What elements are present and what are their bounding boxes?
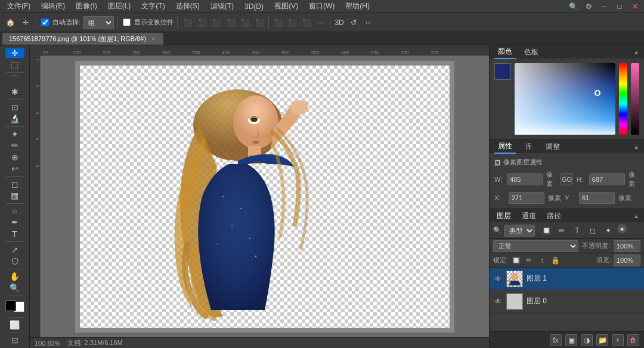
adjustment-filter-btn[interactable]: ✏ bbox=[555, 224, 568, 237]
text-tool-btn[interactable]: T bbox=[5, 229, 24, 239]
paths-tab[interactable]: 路径 bbox=[544, 210, 564, 222]
color-swatches[interactable] bbox=[4, 300, 26, 312]
distribute-left-btn[interactable]: ⬛ bbox=[271, 16, 284, 29]
library-tab[interactable]: 库 bbox=[522, 141, 536, 153]
lock-transparent-btn[interactable]: 🔒 bbox=[550, 255, 561, 266]
distribute-right-btn[interactable]: ⬛ bbox=[300, 16, 313, 29]
search-icon[interactable]: 🔍 bbox=[566, 0, 580, 13]
more-options-btn[interactable]: ··· bbox=[314, 16, 327, 29]
menu-select[interactable]: 选择(S) bbox=[171, 0, 205, 13]
layer-item-1[interactable]: 👁 图层 1 bbox=[490, 268, 644, 290]
menu-image[interactable]: 图像(I) bbox=[71, 0, 101, 13]
3d-rotate-btn[interactable]: 3D bbox=[333, 16, 346, 29]
lock-position-btn[interactable]: ✏ bbox=[524, 255, 534, 266]
history-brush-btn[interactable]: ↩ bbox=[5, 163, 24, 173]
align-left-btn[interactable]: ⬛ bbox=[181, 16, 194, 29]
menu-help[interactable]: 帮助(H) bbox=[340, 0, 374, 13]
menu-view[interactable]: 视图(V) bbox=[270, 0, 303, 13]
smart-filter-btn[interactable]: ✦ bbox=[602, 224, 615, 237]
rotate-btn[interactable]: ↺ bbox=[347, 16, 360, 29]
color-picker-cursor[interactable] bbox=[595, 90, 600, 96]
layer-type-filter[interactable]: 类型 bbox=[504, 225, 535, 237]
height-input[interactable] bbox=[589, 173, 625, 185]
lock-pixel-btn[interactable]: 🔲 bbox=[510, 255, 521, 266]
link-dimensions-btn[interactable]: GO bbox=[561, 173, 572, 185]
auto-select-dropdown[interactable]: 组 图层 bbox=[83, 16, 114, 29]
distribute-center-btn[interactable]: ⬛ bbox=[286, 16, 299, 29]
heal-brush-btn[interactable]: ✦ bbox=[5, 129, 24, 139]
props-tab[interactable]: 属性 bbox=[494, 140, 516, 154]
color-panel-collapse[interactable]: ▲ bbox=[633, 49, 639, 55]
new-layer-btn[interactable]: + bbox=[612, 334, 624, 346]
hand-tool-btn[interactable]: ✋ bbox=[5, 271, 24, 281]
fill-input[interactable] bbox=[614, 254, 640, 266]
opacity-input[interactable] bbox=[614, 240, 640, 252]
settings-icon[interactable]: ⚙ bbox=[582, 0, 595, 13]
menu-edit[interactable]: 编辑(E) bbox=[36, 0, 70, 13]
minimize-icon[interactable]: ─ bbox=[597, 0, 611, 13]
layer-item-0[interactable]: 👁 图层 0 bbox=[490, 290, 644, 313]
menu-3d[interactable]: 3D(D) bbox=[240, 1, 268, 12]
text-filter-btn[interactable]: T bbox=[571, 224, 584, 237]
layer-adjustment-btn[interactable]: ◑ bbox=[581, 334, 593, 346]
align-bottom-btn[interactable]: ⬛ bbox=[253, 16, 266, 29]
selection-tool-btn[interactable]: ⬚ bbox=[5, 59, 24, 69]
brush-tool-btn[interactable]: ✏ bbox=[5, 141, 24, 151]
menu-file[interactable]: 文件(F) bbox=[2, 0, 35, 13]
quick-mask-btn[interactable]: ⬜ bbox=[5, 320, 24, 330]
layer-0-visibility[interactable]: 👁 bbox=[493, 297, 503, 306]
lasso-tool-btn[interactable]: ⌒ bbox=[5, 74, 24, 85]
color-gradient-picker[interactable] bbox=[515, 63, 615, 135]
move-tool-btn[interactable]: ✛ bbox=[5, 48, 24, 58]
transform-checkbox[interactable] bbox=[123, 18, 131, 26]
shape-filter-btn[interactable]: ◻ bbox=[586, 224, 599, 237]
blend-mode-select[interactable]: 正常 bbox=[493, 240, 578, 252]
menu-layer[interactable]: 图层(L) bbox=[103, 0, 136, 13]
crop-tool-btn[interactable]: ⊡ bbox=[5, 102, 24, 112]
menu-filter[interactable]: 滤镜(T) bbox=[206, 0, 239, 13]
color-tab[interactable]: 颜色 bbox=[494, 45, 516, 59]
canvas-content[interactable] bbox=[80, 66, 450, 328]
eraser-tool-btn[interactable]: ◻ bbox=[5, 179, 24, 189]
shape-tool-btn[interactable]: ⬡ bbox=[5, 256, 24, 266]
path-select-btn[interactable]: ↗ bbox=[5, 244, 24, 254]
props-panel-collapse[interactable]: ▲ bbox=[633, 144, 639, 150]
main-color-swatch[interactable] bbox=[494, 63, 511, 80]
quick-select-btn[interactable]: ✱ bbox=[5, 86, 24, 97]
pixel-filter-btn[interactable]: 🔲 bbox=[540, 224, 553, 237]
flip-btn[interactable]: ↔ bbox=[361, 16, 374, 29]
auto-select-checkbox[interactable] bbox=[41, 18, 49, 26]
swatches-tab[interactable]: 色板 bbox=[521, 46, 542, 58]
alpha-strip[interactable] bbox=[631, 63, 639, 135]
clone-stamp-btn[interactable]: ⊕ bbox=[5, 152, 24, 162]
eyedropper-btn[interactable]: 🔬 bbox=[5, 113, 24, 123]
move-tool-icon[interactable]: ✛ bbox=[19, 16, 32, 29]
pen-tool-btn[interactable]: ✒ bbox=[5, 218, 24, 228]
canvas-scroll-area[interactable] bbox=[41, 56, 489, 337]
align-center-h-btn[interactable]: ⬛ bbox=[196, 16, 209, 29]
layer-group-btn[interactable]: 📁 bbox=[596, 334, 608, 346]
align-center-v-btn[interactable]: ⬛ bbox=[239, 16, 252, 29]
delete-layer-btn[interactable]: 🗑 bbox=[627, 334, 639, 346]
close-icon[interactable]: ✕ bbox=[628, 0, 642, 13]
align-top-btn[interactable]: ⬛ bbox=[224, 16, 237, 29]
lock-all-btn[interactable]: ↕ bbox=[537, 255, 547, 266]
foreground-color-swatch[interactable] bbox=[5, 300, 16, 311]
maximize-icon[interactable]: □ bbox=[613, 0, 626, 13]
layers-tab[interactable]: 图层 bbox=[494, 210, 513, 222]
layers-panel-collapse[interactable]: ▲ bbox=[633, 213, 639, 219]
tab-close-btn[interactable]: × bbox=[150, 36, 157, 43]
home-icon[interactable]: 🏠 bbox=[4, 16, 17, 29]
filter-toggle-btn[interactable]: ● bbox=[617, 224, 627, 234]
dodge-tool-btn[interactable]: ○ bbox=[5, 206, 24, 216]
y-input[interactable] bbox=[579, 192, 615, 204]
width-input[interactable] bbox=[507, 173, 543, 185]
hue-strip[interactable] bbox=[619, 63, 627, 135]
x-input[interactable] bbox=[509, 192, 544, 204]
menu-window[interactable]: 窗口(W) bbox=[304, 0, 339, 13]
layer-1-visibility[interactable]: 👁 bbox=[493, 274, 503, 284]
layer-mask-btn[interactable]: ▣ bbox=[565, 334, 577, 346]
channels-tab[interactable]: 通道 bbox=[519, 210, 538, 222]
screen-mode-btn[interactable]: ⊡ bbox=[5, 335, 24, 346]
adjustments-tab[interactable]: 调整 bbox=[542, 141, 564, 153]
